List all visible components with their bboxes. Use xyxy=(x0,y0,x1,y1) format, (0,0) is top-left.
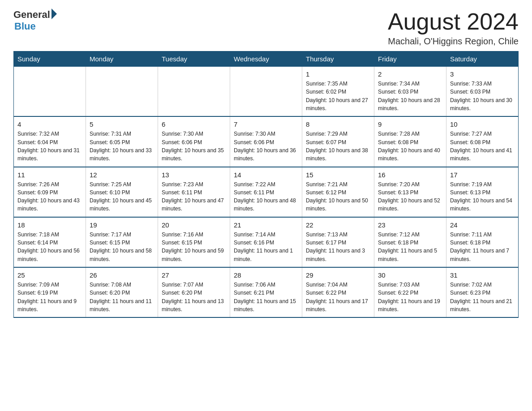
day-info: Sunrise: 7:30 AM Sunset: 6:06 PM Dayligh… xyxy=(162,130,226,163)
day-number: 14 xyxy=(234,171,298,179)
day-number: 5 xyxy=(90,120,154,128)
calendar-cell: 22Sunrise: 7:13 AM Sunset: 6:17 PM Dayli… xyxy=(302,217,374,267)
day-info: Sunrise: 7:19 AM Sunset: 6:13 PM Dayligh… xyxy=(450,180,515,213)
calendar-cell xyxy=(14,67,86,117)
location-text: Machali, O'Higgins Region, Chile xyxy=(388,36,519,47)
day-info: Sunrise: 7:03 AM Sunset: 6:22 PM Dayligh… xyxy=(378,281,442,313)
logo-blue-text: Blue xyxy=(14,21,36,32)
day-number: 25 xyxy=(17,271,82,279)
calendar-cell: 12Sunrise: 7:25 AM Sunset: 6:10 PM Dayli… xyxy=(86,167,158,217)
day-number: 12 xyxy=(90,171,154,179)
header-cell-sunday: Sunday xyxy=(14,51,86,67)
day-number: 11 xyxy=(17,171,82,179)
header-cell-thursday: Thursday xyxy=(302,51,374,67)
day-number: 6 xyxy=(162,120,226,128)
day-info: Sunrise: 7:21 AM Sunset: 6:12 PM Dayligh… xyxy=(306,180,370,213)
day-number: 22 xyxy=(306,221,370,229)
calendar-cell: 11Sunrise: 7:26 AM Sunset: 6:09 PM Dayli… xyxy=(14,167,86,217)
calendar-cell xyxy=(230,67,302,117)
calendar-cell: 9Sunrise: 7:28 AM Sunset: 6:08 PM Daylig… xyxy=(374,116,446,167)
day-info: Sunrise: 7:17 AM Sunset: 6:15 PM Dayligh… xyxy=(90,231,154,263)
day-number: 20 xyxy=(162,221,226,229)
calendar-header-row: SundayMondayTuesdayWednesdayThursdayFrid… xyxy=(14,51,519,67)
day-number: 19 xyxy=(90,221,154,229)
day-info: Sunrise: 7:14 AM Sunset: 6:16 PM Dayligh… xyxy=(234,231,298,263)
calendar-cell: 5Sunrise: 7:31 AM Sunset: 6:05 PM Daylig… xyxy=(86,116,158,167)
day-number: 16 xyxy=(378,171,442,179)
calendar-cell: 23Sunrise: 7:12 AM Sunset: 6:18 PM Dayli… xyxy=(374,217,446,267)
day-info: Sunrise: 7:02 AM Sunset: 6:23 PM Dayligh… xyxy=(450,281,515,313)
day-info: Sunrise: 7:09 AM Sunset: 6:19 PM Dayligh… xyxy=(17,281,82,313)
calendar-cell: 18Sunrise: 7:18 AM Sunset: 6:14 PM Dayli… xyxy=(14,217,86,267)
logo-general-text: General xyxy=(13,9,50,21)
calendar-cell: 1Sunrise: 7:35 AM Sunset: 6:02 PM Daylig… xyxy=(302,67,374,117)
header-cell-monday: Monday xyxy=(86,51,158,67)
calendar-cell: 31Sunrise: 7:02 AM Sunset: 6:23 PM Dayli… xyxy=(446,267,519,317)
calendar-cell: 27Sunrise: 7:07 AM Sunset: 6:20 PM Dayli… xyxy=(158,267,230,317)
day-info: Sunrise: 7:25 AM Sunset: 6:10 PM Dayligh… xyxy=(90,180,154,213)
day-number: 8 xyxy=(306,120,370,128)
day-number: 4 xyxy=(17,120,82,128)
day-info: Sunrise: 7:31 AM Sunset: 6:05 PM Dayligh… xyxy=(90,130,154,163)
calendar-week-row: 11Sunrise: 7:26 AM Sunset: 6:09 PM Dayli… xyxy=(14,167,519,217)
calendar-week-row: 25Sunrise: 7:09 AM Sunset: 6:19 PM Dayli… xyxy=(14,267,519,317)
header-cell-friday: Friday xyxy=(374,51,446,67)
calendar-cell: 21Sunrise: 7:14 AM Sunset: 6:16 PM Dayli… xyxy=(230,217,302,267)
day-number: 15 xyxy=(306,171,370,179)
logo-arrow-icon xyxy=(51,9,57,19)
calendar-table: SundayMondayTuesdayWednesdayThursdayFrid… xyxy=(13,51,519,318)
day-info: Sunrise: 7:20 AM Sunset: 6:13 PM Dayligh… xyxy=(378,180,442,213)
calendar-cell: 28Sunrise: 7:06 AM Sunset: 6:21 PM Dayli… xyxy=(230,267,302,317)
calendar-cell: 15Sunrise: 7:21 AM Sunset: 6:12 PM Dayli… xyxy=(302,167,374,217)
day-info: Sunrise: 7:23 AM Sunset: 6:11 PM Dayligh… xyxy=(162,180,226,213)
calendar-cell: 8Sunrise: 7:29 AM Sunset: 6:07 PM Daylig… xyxy=(302,116,374,167)
header-cell-tuesday: Tuesday xyxy=(158,51,230,67)
day-info: Sunrise: 7:18 AM Sunset: 6:14 PM Dayligh… xyxy=(17,231,82,263)
calendar-cell: 17Sunrise: 7:19 AM Sunset: 6:13 PM Dayli… xyxy=(446,167,519,217)
day-info: Sunrise: 7:13 AM Sunset: 6:17 PM Dayligh… xyxy=(306,231,370,263)
calendar-week-row: 18Sunrise: 7:18 AM Sunset: 6:14 PM Dayli… xyxy=(14,217,519,267)
day-number: 26 xyxy=(90,271,154,279)
calendar-week-row: 1Sunrise: 7:35 AM Sunset: 6:02 PM Daylig… xyxy=(14,67,519,117)
calendar-cell: 29Sunrise: 7:04 AM Sunset: 6:22 PM Dayli… xyxy=(302,267,374,317)
calendar-cell: 6Sunrise: 7:30 AM Sunset: 6:06 PM Daylig… xyxy=(158,116,230,167)
logo: General Blue xyxy=(13,9,57,32)
calendar-cell: 19Sunrise: 7:17 AM Sunset: 6:15 PM Dayli… xyxy=(86,217,158,267)
calendar-cell: 2Sunrise: 7:34 AM Sunset: 6:03 PM Daylig… xyxy=(374,67,446,117)
calendar-cell xyxy=(158,67,230,117)
calendar-cell: 24Sunrise: 7:11 AM Sunset: 6:18 PM Dayli… xyxy=(446,217,519,267)
day-info: Sunrise: 7:16 AM Sunset: 6:15 PM Dayligh… xyxy=(162,231,226,263)
calendar-cell: 13Sunrise: 7:23 AM Sunset: 6:11 PM Dayli… xyxy=(158,167,230,217)
day-number: 24 xyxy=(450,221,515,229)
day-info: Sunrise: 7:30 AM Sunset: 6:06 PM Dayligh… xyxy=(234,130,298,163)
day-info: Sunrise: 7:11 AM Sunset: 6:18 PM Dayligh… xyxy=(450,231,515,263)
day-number: 31 xyxy=(450,271,515,279)
page-header: General Blue August 2024 Machali, O'Higg… xyxy=(13,9,519,47)
day-info: Sunrise: 7:35 AM Sunset: 6:02 PM Dayligh… xyxy=(306,80,370,112)
header-cell-saturday: Saturday xyxy=(446,51,519,67)
day-number: 17 xyxy=(450,171,515,179)
day-info: Sunrise: 7:28 AM Sunset: 6:08 PM Dayligh… xyxy=(378,130,442,163)
day-info: Sunrise: 7:27 AM Sunset: 6:08 PM Dayligh… xyxy=(450,130,515,163)
day-info: Sunrise: 7:22 AM Sunset: 6:11 PM Dayligh… xyxy=(234,180,298,213)
day-number: 3 xyxy=(450,70,515,78)
day-number: 27 xyxy=(162,271,226,279)
day-info: Sunrise: 7:12 AM Sunset: 6:18 PM Dayligh… xyxy=(378,231,442,263)
calendar-cell: 14Sunrise: 7:22 AM Sunset: 6:11 PM Dayli… xyxy=(230,167,302,217)
day-number: 28 xyxy=(234,271,298,279)
day-number: 21 xyxy=(234,221,298,229)
day-number: 29 xyxy=(306,271,370,279)
day-info: Sunrise: 7:33 AM Sunset: 6:03 PM Dayligh… xyxy=(450,80,515,112)
calendar-cell: 3Sunrise: 7:33 AM Sunset: 6:03 PM Daylig… xyxy=(446,67,519,117)
calendar-cell: 16Sunrise: 7:20 AM Sunset: 6:13 PM Dayli… xyxy=(374,167,446,217)
day-number: 13 xyxy=(162,171,226,179)
day-info: Sunrise: 7:08 AM Sunset: 6:20 PM Dayligh… xyxy=(90,281,154,313)
day-number: 7 xyxy=(234,120,298,128)
day-info: Sunrise: 7:29 AM Sunset: 6:07 PM Dayligh… xyxy=(306,130,370,163)
day-info: Sunrise: 7:06 AM Sunset: 6:21 PM Dayligh… xyxy=(234,281,298,313)
calendar-cell: 25Sunrise: 7:09 AM Sunset: 6:19 PM Dayli… xyxy=(14,267,86,317)
calendar-cell: 7Sunrise: 7:30 AM Sunset: 6:06 PM Daylig… xyxy=(230,116,302,167)
calendar-cell: 30Sunrise: 7:03 AM Sunset: 6:22 PM Dayli… xyxy=(374,267,446,317)
calendar-week-row: 4Sunrise: 7:32 AM Sunset: 6:04 PM Daylig… xyxy=(14,116,519,167)
day-number: 23 xyxy=(378,221,442,229)
